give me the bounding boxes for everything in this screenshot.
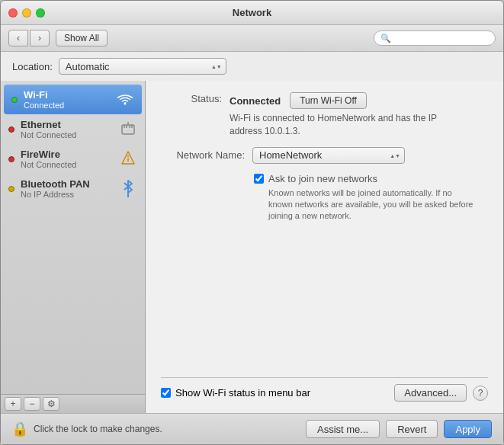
add-network-button[interactable]: + xyxy=(5,397,21,411)
spacer xyxy=(161,232,488,368)
show-wifi-checkbox[interactable] xyxy=(161,388,171,398)
location-bar: Location: Automatic Home Work Edit Locat… xyxy=(1,52,503,81)
status-top-row: Connected Turn Wi-Fi Off xyxy=(230,92,488,109)
sidebar-item-wifi[interactable]: Wi-Fi Connected xyxy=(4,85,142,114)
firewire-status-indicator xyxy=(8,156,14,162)
back-button[interactable]: ‹ xyxy=(8,30,28,46)
advanced-button[interactable]: Advanced... xyxy=(394,384,467,402)
titlebar: Network xyxy=(1,1,503,25)
sidebar-actions: + − ⚙ xyxy=(1,394,145,413)
status-description: Wi-Fi is connected to HomeNetwork and ha… xyxy=(230,112,443,138)
sidebar-item-firewire[interactable]: FireWire Not Connected xyxy=(1,144,145,174)
nav-buttons: ‹ › xyxy=(8,30,50,46)
svg-point-0 xyxy=(124,102,127,104)
forward-button[interactable]: › xyxy=(30,30,50,46)
status-value: Connected xyxy=(230,95,281,107)
firewire-status: Not Connected xyxy=(21,160,113,169)
bottom-controls: Show Wi-Fi status in menu bar Advanced..… xyxy=(161,377,488,402)
ethernet-icon xyxy=(119,120,137,139)
window-footer: 🔒 Click the lock to make changes. Assist… xyxy=(1,413,503,444)
firewire-icon xyxy=(119,150,137,168)
wifi-status: Connected xyxy=(24,101,110,110)
location-label: Location: xyxy=(12,61,53,72)
maximize-button[interactable] xyxy=(36,8,45,18)
sidebar-list: Wi-Fi Connected xyxy=(1,81,145,394)
status-content: Connected Turn Wi-Fi Off Wi-Fi is connec… xyxy=(230,92,488,138)
revert-button[interactable]: Revert xyxy=(386,420,438,438)
minimize-button[interactable] xyxy=(22,8,31,18)
ask-join-checkbox[interactable] xyxy=(254,174,264,184)
remove-network-button[interactable]: − xyxy=(24,397,40,411)
status-row: Status: Connected Turn Wi-Fi Off Wi-Fi i… xyxy=(161,92,488,138)
sidebar: Wi-Fi Connected xyxy=(1,81,146,413)
wifi-icon xyxy=(116,91,134,109)
search-icon: 🔍 xyxy=(380,34,391,43)
sidebar-item-ethernet[interactable]: Ethernet Not Connected xyxy=(1,114,145,144)
show-wifi-label[interactable]: Show Wi-Fi status in menu bar xyxy=(175,387,310,399)
close-button[interactable] xyxy=(8,8,18,18)
help-button[interactable]: ? xyxy=(473,386,488,401)
show-all-button[interactable]: Show All xyxy=(56,30,108,46)
sidebar-item-wifi-text: Wi-Fi Connected xyxy=(24,89,110,110)
network-name-label: Network Name: xyxy=(161,149,245,161)
traffic-lights xyxy=(8,8,45,18)
bluetooth-icon xyxy=(119,180,137,198)
ethernet-status: Not Connected xyxy=(21,130,113,139)
bluetooth-status-indicator xyxy=(8,186,14,192)
turn-wifi-off-button[interactable]: Turn Wi-Fi Off xyxy=(290,92,367,109)
ask-join-description: Known networks will be joined automatica… xyxy=(268,187,474,222)
footer-buttons: Assist me... Revert Apply xyxy=(306,420,492,438)
ask-join-section: Ask to join new networks Known networks … xyxy=(254,173,488,222)
location-select-wrapper: Automatic Home Work Edit Locations... xyxy=(59,58,226,75)
ask-join-row: Ask to join new networks xyxy=(254,173,488,184)
lock-text: Click the lock to make changes. xyxy=(34,424,162,434)
window-title: Network xyxy=(233,7,271,18)
detail-panel: Status: Connected Turn Wi-Fi Off Wi-Fi i… xyxy=(146,81,503,413)
lock-icon[interactable]: 🔒 xyxy=(12,421,27,437)
assist-me-button[interactable]: Assist me... xyxy=(306,420,380,438)
wifi-status-indicator xyxy=(11,97,18,103)
sidebar-item-firewire-text: FireWire Not Connected xyxy=(21,149,113,169)
network-name-row: Network Name: HomeNetwork Other Networks… xyxy=(161,147,488,164)
search-box: 🔍 xyxy=(374,30,496,46)
search-input[interactable] xyxy=(394,33,489,43)
network-settings-button[interactable]: ⚙ xyxy=(43,397,59,411)
firewire-name: FireWire xyxy=(21,149,113,160)
network-select-wrapper: HomeNetwork Other Networks... xyxy=(252,147,405,164)
sidebar-item-ethernet-text: Ethernet Not Connected xyxy=(21,119,113,139)
network-name-select[interactable]: HomeNetwork Other Networks... xyxy=(252,147,405,164)
ask-join-label[interactable]: Ask to join new networks xyxy=(268,173,377,184)
bluetooth-status: No IP Address xyxy=(21,190,113,199)
main-window: Network ‹ › Show All 🔍 Location: Automat… xyxy=(0,0,504,445)
svg-point-9 xyxy=(127,155,129,157)
sidebar-item-bluetooth-text: Bluetooth PAN No IP Address xyxy=(21,178,113,199)
ethernet-name: Ethernet xyxy=(21,119,113,130)
location-select[interactable]: Automatic Home Work Edit Locations... xyxy=(59,58,226,75)
lock-icon-area: 🔒 Click the lock to make changes. xyxy=(12,421,162,437)
bluetooth-name: Bluetooth PAN xyxy=(21,178,113,190)
status-label: Status: xyxy=(161,92,222,104)
apply-button[interactable]: Apply xyxy=(444,420,492,438)
show-wifi-row: Show Wi-Fi status in menu bar xyxy=(161,387,310,399)
toolbar: ‹ › Show All 🔍 xyxy=(1,25,503,52)
wifi-name: Wi-Fi xyxy=(24,89,110,101)
sidebar-item-bluetooth[interactable]: Bluetooth PAN No IP Address xyxy=(1,174,145,203)
ethernet-status-indicator xyxy=(8,126,14,133)
main-content: Wi-Fi Connected xyxy=(1,81,503,413)
